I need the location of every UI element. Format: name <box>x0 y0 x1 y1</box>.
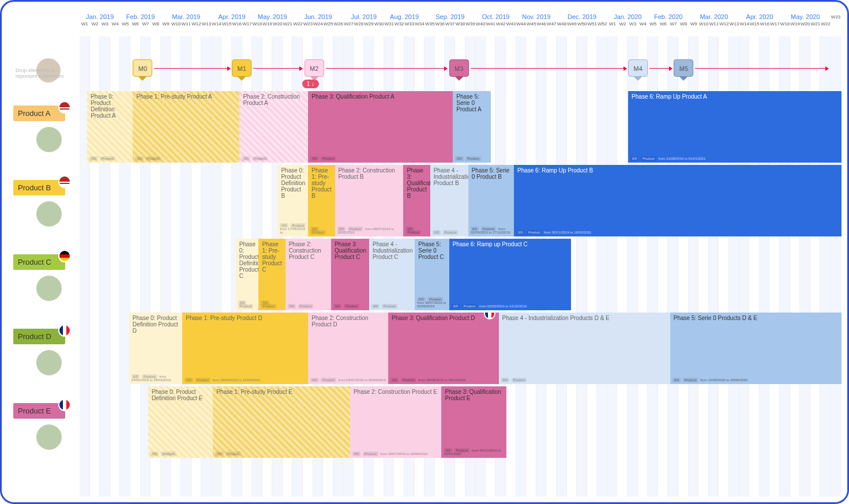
phase-subline: 0/0 Product <box>135 157 162 160</box>
phase-block[interactable]: Phase 1: Pre-study Product C0/0 Product <box>258 239 285 310</box>
month-header[interactable]: Dec. 2019W48W49W50W51W52 <box>557 13 607 39</box>
week-label: W23 <box>303 21 313 27</box>
month-header[interactable]: Mar. 2019W9W10W11W12W13 <box>161 13 212 39</box>
owner-avatar[interactable] <box>36 201 62 227</box>
phase-block[interactable]: Phase 5: Serie 0 Product A0/0 Product <box>453 91 491 163</box>
milestone-arrow <box>695 68 826 69</box>
phase-subline: 0/0 Product <box>310 157 337 160</box>
week-label: W14 <box>739 21 750 27</box>
milestone-m0[interactable]: M0 <box>133 59 152 77</box>
week-label: W28 <box>354 21 364 27</box>
owner-avatar[interactable] <box>36 424 62 450</box>
week-label: W4 <box>638 21 648 27</box>
phase-block[interactable]: Phase 1: Pre-study Product B0/0 Product <box>308 165 335 236</box>
month-header[interactable]: Apr. 2020W14W15W16W17 <box>739 13 780 39</box>
phase-subline: 0/0 Product from 28/03/2019 to 22/06/201… <box>185 378 260 382</box>
phase-block[interactable]: Phase 5: Serie 0 Product B0/0 Product fr… <box>468 165 514 236</box>
month-header[interactable]: Mar. 2020W9W10W11W12W13 <box>689 13 739 39</box>
phase-block[interactable]: Phase 5: Serie 0 Product C0/0 Product fr… <box>415 239 449 310</box>
phase-block[interactable]: Phase 2: Construction Product D0/0 Produ… <box>308 313 388 384</box>
month-header[interactable]: Jan. 2019W1W2W3W4 <box>80 13 120 39</box>
phase-block[interactable]: Phase 1: Pre-study Product D0/0 Product … <box>182 313 308 384</box>
phase-block[interactable]: Phase 3: Qualification Product A0/0 Prod… <box>308 91 453 163</box>
week-label: W47 <box>547 21 557 27</box>
product-label-product-c[interactable]: Product C <box>13 254 65 270</box>
phase-block[interactable]: Phase 6: Ramp up Product C0/0 Product fr… <box>449 239 571 310</box>
phase-block[interactable]: Phase 2: Construction Product B0/0 Produ… <box>335 165 404 236</box>
milestone-m5[interactable]: M5 <box>674 59 693 77</box>
phase-block[interactable]: Phase 3: Qualification Product B0/0 Prod… <box>403 165 430 236</box>
week-label: W10 <box>171 21 181 27</box>
phase-subline: 0/0 Product <box>455 157 482 160</box>
week-label: W38 <box>455 21 465 27</box>
product-label-product-a[interactable]: Product A <box>13 106 65 121</box>
week-label: W39 <box>465 21 476 27</box>
phase-subline: 0/0 Product from 02/09/2019 to 27/10/201… <box>471 227 514 234</box>
phase-block[interactable]: Phase 0: Product Definition Product C0/0… <box>236 239 259 310</box>
flag-icon <box>58 101 71 114</box>
phase-subline: 0/0 Product from 02/09/2019 to 22/12/201… <box>452 304 527 308</box>
phase-subline: 0/0 Product <box>405 227 430 234</box>
week-label: W19 <box>790 21 801 27</box>
milestone-m2[interactable]: M2 <box>305 59 324 77</box>
milestone-m4[interactable]: M4 <box>628 59 648 77</box>
phase-block[interactable]: Phase 2: Construction Product C0/0 Produ… <box>285 239 331 310</box>
phase-subline: 0/0 Product <box>501 378 528 382</box>
product-label-product-e[interactable]: Product E <box>13 403 65 419</box>
week-label: W49 <box>567 21 577 27</box>
phase-block[interactable]: Phase 0: Product Definition Product A0/0… <box>87 91 133 163</box>
month-header[interactable]: Aug. 2019W31W32W33W34 <box>384 13 424 39</box>
phase-block[interactable]: Phase 4 - Industrialization Products D &… <box>499 313 670 384</box>
month-header[interactable]: Jan. 2020W1W2W3W4 <box>607 13 648 39</box>
phase-block[interactable]: Phase 2: Construction Product E0/0 Produ… <box>350 386 442 458</box>
week-label: W16 <box>760 21 770 27</box>
owner-avatar[interactable] <box>36 350 62 375</box>
milestone-m3[interactable]: M3 <box>449 59 469 77</box>
month-header[interactable]: May. 2019W18W19W20W21 <box>252 13 292 39</box>
month-header[interactable]: W23 <box>831 13 841 39</box>
phase-block[interactable]: Phase 4 - Industrialization Product C0/0… <box>369 239 415 310</box>
month-header[interactable]: Feb. 2019W5W6W7W8 <box>120 13 160 39</box>
owner-avatar[interactable] <box>36 127 62 152</box>
phase-block[interactable]: Phase 4 - Industrialization Product B0/0… <box>430 165 468 236</box>
phase-block[interactable]: Phase 6: Ramp Up Product A0/0 Product fr… <box>628 91 842 163</box>
timeline-header: Jan. 2019W1W2W3W4Feb. 2019W5W6W7W8Mar. 2… <box>80 13 842 39</box>
milestone-badge[interactable]: 1 ↓ <box>302 80 319 88</box>
month-header[interactable]: Feb. 2020W5W6W7W8 <box>648 13 689 39</box>
week-label: W19 <box>262 21 273 27</box>
owner-avatar[interactable] <box>36 276 62 301</box>
phase-subline: 0/0 Product from 04/11/2019 to 23/02/202… <box>444 449 506 456</box>
phase-block[interactable]: Phase 3: Qualification Product C0/0 Prod… <box>331 239 369 310</box>
week-label: W12 <box>719 21 730 27</box>
phase-block[interactable]: Phase 1: Pre-study Product E0/0 Product <box>213 386 350 458</box>
month-header[interactable]: Sep. 2019W35W36W37W38W39 <box>424 13 475 39</box>
phase-block[interactable]: Phase 3: Qualification Product E0/0 Prod… <box>441 386 506 458</box>
phase-block[interactable]: Phase 5: Serie 0 Products D & E0/0 Produ… <box>670 313 842 384</box>
phase-block[interactable]: Phase 0: Product Definition Product B0/0… <box>277 165 308 236</box>
phase-title: Phase 6: Ramp up Product C <box>453 241 568 247</box>
phase-block[interactable]: Phase 1: Pre-study Product A0/0 Product <box>133 91 239 163</box>
week-label: W14 <box>212 21 222 27</box>
swimlane-product-a: Phase 0: Product Definition Product A0/0… <box>80 91 842 165</box>
month-header[interactable]: Apr. 2019W14W15W16W17 <box>212 13 252 39</box>
month-header[interactable]: Jun. 2019W22W23W24W25W26 <box>293 13 344 39</box>
week-label: W1 <box>80 21 90 27</box>
week-label: W6 <box>658 21 668 27</box>
week-label: W21 <box>283 21 293 27</box>
product-label-product-b[interactable]: Product B <box>13 180 65 195</box>
milestone-m1[interactable]: M1 <box>232 59 251 77</box>
phase-block[interactable]: Phase 6: Ramp Up Product B0/0 Product fr… <box>514 165 842 236</box>
month-header[interactable]: Jul. 2019W27W28W29W30 <box>344 13 384 39</box>
month-header[interactable]: May. 2020W18W19W20W21W22 <box>780 13 831 39</box>
month-header[interactable]: Nov. 2019W44W45W46W47 <box>516 13 557 39</box>
phase-subline: 0/0 Product from 15/05/2020 to 25/06/202… <box>673 378 747 382</box>
phase-subline: 0/0 Product <box>333 304 360 308</box>
phase-subline: 0/0 Product <box>89 157 117 160</box>
phase-block[interactable]: Phase 3: Qualification Product D0/0 Prod… <box>388 313 499 384</box>
phase-block[interactable]: Phase 2: Construction Product A0/0 Produ… <box>239 91 308 163</box>
week-label: W16 <box>232 21 242 27</box>
product-label-product-d[interactable]: Product D <box>13 329 65 344</box>
phase-block[interactable]: Phase 0: Product Definition Product E0/0… <box>148 386 213 458</box>
month-header[interactable]: Oct. 2019W40W41W42W43 <box>475 13 516 39</box>
phase-block[interactable]: Phase 0: Product Definition Product D0/0… <box>129 313 182 384</box>
